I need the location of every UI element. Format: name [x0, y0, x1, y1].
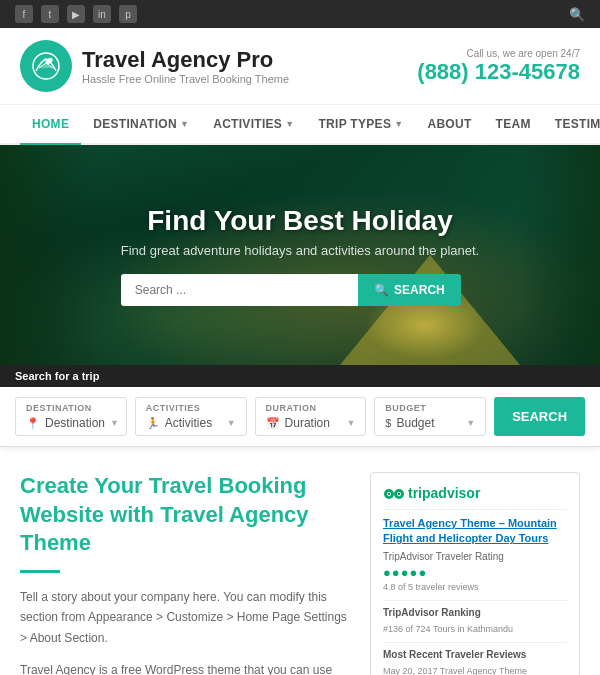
tripadvisor-logo: tripadvisor — [383, 485, 567, 501]
budget-value: Budget — [396, 416, 434, 430]
budget-icon: $ — [385, 417, 391, 429]
destination-select[interactable]: 📍 Destination ▼ — [26, 416, 116, 430]
phone-number[interactable]: (888) 123-45678 — [417, 59, 580, 85]
budget-select[interactable]: $ Budget ▼ — [385, 416, 475, 430]
search-trip-fields: DESTINATION 📍 Destination ▼ ACTIVITIES 🏃… — [0, 387, 600, 446]
header-contact: Call us, we are open 24/7 (888) 123-4567… — [417, 48, 580, 85]
svg-point-6 — [388, 493, 390, 495]
twitter-icon[interactable]: t — [41, 5, 59, 23]
youtube-icon[interactable]: ▶ — [67, 5, 85, 23]
ta-rating-sub: 4.8 of 5 traveler reviews — [383, 582, 567, 592]
location-icon: 📍 — [26, 417, 40, 430]
activities-field[interactable]: ACTIVITIES 🏃 Activities ▼ — [135, 397, 247, 436]
nav-testimonial[interactable]: TESTIMONIAL — [543, 105, 600, 143]
site-tagline: Hassle Free Online Travel Booking Theme — [82, 73, 289, 85]
duration-select[interactable]: 📅 Duration ▼ — [266, 416, 356, 430]
facebook-icon[interactable]: f — [15, 5, 33, 23]
tripadvisor-logo-text: tripadvisor — [408, 485, 480, 501]
content-paragraph-1: Tell a story about your company here. Yo… — [20, 587, 350, 648]
logo-area[interactable]: Travel Agency Pro Hassle Free Online Tra… — [20, 40, 289, 92]
heading-underline — [20, 570, 60, 573]
main-content: Create Your Travel Booking Website with … — [0, 447, 600, 675]
activities-select[interactable]: 🏃 Activities ▼ — [146, 416, 236, 430]
hero-section: Find Your Best Holiday Find great advent… — [0, 145, 600, 365]
content-left: Create Your Travel Booking Website with … — [20, 472, 350, 675]
tripadvisor-widget: tripadvisor Travel Agency Theme – Mounta… — [370, 472, 580, 675]
site-title: Travel Agency Pro — [82, 47, 289, 73]
nav-arrow: ▼ — [394, 119, 403, 129]
nav-trip-types[interactable]: TRIP TYPES ▼ — [306, 105, 415, 143]
budget-label: BUDGET — [385, 403, 475, 413]
budget-field[interactable]: BUDGET $ Budget ▼ — [374, 397, 486, 436]
ta-stars: ●●●●● — [383, 565, 567, 580]
duration-value: Duration — [285, 416, 330, 430]
ta-ranking-label: TripAdvisor Ranking — [383, 607, 567, 618]
duration-label: DURATION — [266, 403, 356, 413]
search-trip-label: Search for a trip — [0, 365, 600, 387]
destination-value: Destination — [45, 416, 105, 430]
chevron-down-icon: ▼ — [110, 418, 119, 428]
search-icon[interactable]: 🔍 — [569, 7, 585, 22]
social-links: f t ▶ in p — [15, 5, 137, 23]
nav-home[interactable]: HOME — [20, 105, 81, 145]
tripadvisor-owl-icon: tripadvisor — [383, 485, 480, 501]
nav-arrow: ▼ — [285, 119, 294, 129]
ta-divider-2 — [383, 600, 567, 601]
duration-field[interactable]: DURATION 📅 Duration ▼ — [255, 397, 367, 436]
ta-review-date-1: May 20, 2017 Travel Agency Theme — [383, 666, 567, 675]
nav-arrow: ▼ — [180, 119, 189, 129]
search-icon: 🔍 — [374, 283, 389, 297]
navbar: HOME DESTINATION ▼ ACTIVITIES ▼ TRIP TYP… — [0, 105, 600, 145]
top-bar: f t ▶ in p 🔍 — [0, 0, 600, 28]
pinterest-icon[interactable]: p — [119, 5, 137, 23]
hero-search-input[interactable] — [121, 274, 358, 306]
destination-label: DESTINATION — [26, 403, 116, 413]
hero-search-button[interactable]: 🔍 SEARCH — [358, 274, 461, 306]
hero-content: Find Your Best Holiday Find great advent… — [101, 205, 499, 306]
hero-search-bar: 🔍 SEARCH — [121, 274, 461, 306]
logo-text: Travel Agency Pro Hassle Free Online Tra… — [82, 47, 289, 85]
chevron-down-icon: ▼ — [346, 418, 355, 428]
nav-team[interactable]: TEAM — [484, 105, 543, 143]
hero-title: Find Your Best Holiday — [121, 205, 479, 237]
search-trip-bar: Search for a trip DESTINATION 📍 Destinat… — [0, 365, 600, 447]
content-heading: Create Your Travel Booking Website with … — [20, 472, 350, 558]
activities-label: ACTIVITIES — [146, 403, 236, 413]
ta-ranking-value: #136 of 724 Tours in Kathmandu — [383, 624, 567, 634]
activities-value: Activities — [165, 416, 212, 430]
instagram-icon[interactable]: in — [93, 5, 111, 23]
ta-listing-title[interactable]: Travel Agency Theme – Mountain Flight an… — [383, 516, 567, 547]
trip-search-button[interactable]: SEARCH — [494, 397, 585, 436]
calendar-icon: 📅 — [266, 417, 280, 430]
ta-review-1: May 20, 2017 Travel Agency Theme — [383, 666, 567, 675]
tree-right-decoration — [520, 145, 600, 365]
ta-divider — [383, 509, 567, 510]
nav-destination[interactable]: DESTINATION ▼ — [81, 105, 201, 143]
logo-icon — [20, 40, 72, 92]
chevron-down-icon: ▼ — [466, 418, 475, 428]
ta-divider-3 — [383, 642, 567, 643]
call-label: Call us, we are open 24/7 — [417, 48, 580, 59]
tree-left-decoration — [0, 145, 100, 365]
chevron-down-icon: ▼ — [227, 418, 236, 428]
destination-field[interactable]: DESTINATION 📍 Destination ▼ — [15, 397, 127, 436]
ta-reviews-title: Most Recent Traveler Reviews — [383, 649, 567, 660]
ta-rating-label: TripAdvisor Traveler Rating — [383, 551, 567, 562]
nav-activities[interactable]: ACTIVITIES ▼ — [201, 105, 306, 143]
header: Travel Agency Pro Hassle Free Online Tra… — [0, 28, 600, 105]
nav-about[interactable]: ABOUT — [415, 105, 483, 143]
content-paragraph-2: Travel Agency is a free WordPress theme … — [20, 660, 350, 675]
activities-icon: 🏃 — [146, 417, 160, 430]
svg-point-7 — [398, 493, 400, 495]
hero-subtitle: Find great adventure holidays and activi… — [121, 243, 479, 258]
